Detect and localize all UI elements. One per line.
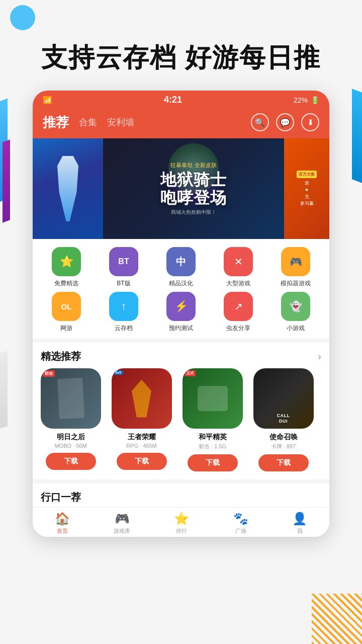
download-btn-wangzhe[interactable]: 下载 (117, 453, 167, 470)
cat-icon-cloud: ↑ (109, 292, 138, 321)
banner-desc: 商城火热抢购中限！ (160, 209, 227, 216)
cat-label-share: 虫友分享 (226, 324, 250, 333)
message-button[interactable]: 💬 (276, 113, 294, 131)
cat-icon-bt: BT (109, 247, 138, 276)
call-duty-text: CALLDUI (277, 413, 290, 425)
categories-row-1: ⭐ 免费精选 BT BT版 中 精品汉化 ✕ 大型游戏 🎮 模拟器游戏 (38, 247, 324, 288)
cat-icon-share: ↗ (224, 292, 253, 321)
game-meta-heping: 射击 · 1.5G (199, 443, 226, 450)
nav-square[interactable]: 🐾 广场 (233, 512, 248, 535)
game-badge-wangzhe: 5v5 (114, 370, 124, 375)
banner-main-text: 地狱骑士咆哮登场 (160, 171, 227, 206)
square-icon: 🐾 (233, 512, 248, 526)
nav-library[interactable]: 🎮 游戏库 (114, 512, 130, 535)
cat-label-online: 网游 (60, 324, 72, 333)
banner-carousel[interactable]: 狂暴泰坦 全新皮肤 地狱骑士咆哮登场 商城火热抢购中限！ 百万大奖 第★无参与赢 (33, 138, 329, 239)
download-btn-shiming[interactable]: 下载 (258, 454, 309, 471)
banner-center-content: 狂暴泰坦 全新皮肤 地狱骑士咆哮登场 商城火热抢购中限！ (160, 162, 227, 215)
categories-section: ⭐ 免费精选 BT BT版 中 精品汉化 ✕ 大型游戏 🎮 模拟器游戏 OL (33, 239, 329, 339)
cat-large[interactable]: ✕ 大型游戏 (213, 247, 263, 288)
cat-label-free: 免费精选 (54, 279, 78, 288)
games-row: 联动 明日之后 MOBO · 56M 下载 5v5 王者荣耀 RPG · 465… (33, 368, 329, 479)
cat-label-preorder: 预约测试 (169, 324, 193, 333)
cat-label-cloud: 云存档 (115, 324, 133, 333)
categories-row-2: OL 网游 ↑ 云存档 ⚡ 预约测试 ↗ 虫友分享 👻 小游戏 (38, 292, 324, 333)
battery-text: 22% (294, 96, 308, 104)
game-icon-wangzhe[interactable]: 5v5 (112, 368, 172, 429)
bottom-section: 行口一荐 (33, 479, 329, 507)
main-nav: 推荐 合集 安利墙 🔍 💬 ⬇ (33, 109, 329, 138)
nav-tab-wall[interactable]: 安利墙 (107, 116, 134, 128)
status-right: 22% 🔋 (294, 96, 319, 104)
bottom-section-title: 行口一荐 (41, 492, 81, 503)
cat-localized[interactable]: 中 精品汉化 (156, 247, 206, 288)
cat-icon-mini: 👻 (281, 292, 310, 321)
featured-arrow[interactable]: › (318, 351, 321, 362)
cat-online[interactable]: OL 网游 (41, 292, 92, 333)
download-btn-mingri[interactable]: 下载 (46, 453, 96, 470)
game-meta-wangzhe: RPG · 465M (126, 443, 157, 449)
download-button[interactable]: ⬇ (301, 113, 319, 131)
game-badge-heping: 正式 (185, 370, 196, 376)
nav-home-label: 首页 (57, 527, 68, 535)
download-btn-heping[interactable]: 下载 (188, 454, 238, 471)
cat-icon-localized: 中 (166, 247, 196, 276)
bg-stripe-bottom-right (312, 594, 362, 644)
featured-title: 精选推荐 (41, 350, 81, 363)
banner-left[interactable] (33, 138, 103, 239)
bg-stripe-right-blue (352, 89, 362, 183)
cat-icon-online: OL (52, 292, 81, 321)
cat-free-picks[interactable]: ⭐ 免费精选 (41, 247, 92, 288)
game-heping: 正式 和平精英 射击 · 1.5G 下载 (178, 368, 246, 471)
game-badge-mingri: 联动 (43, 370, 55, 377)
nav-home[interactable]: 🏠 首页 (55, 512, 70, 535)
wifi-icon: 📶 (43, 96, 52, 105)
cat-label-large: 大型游戏 (226, 279, 250, 288)
game-name-shiming: 使命召唤 (269, 433, 298, 442)
banner-subtitle: 狂暴泰坦 全新皮肤 (160, 162, 227, 169)
status-bar: 📶 4:21 22% 🔋 (33, 91, 329, 109)
game-name-heping: 和平精英 (199, 433, 227, 442)
cat-bt[interactable]: BT BT版 (99, 247, 149, 288)
banner-center[interactable]: 狂暴泰坦 全新皮肤 地狱骑士咆哮登场 商城火热抢购中限！ (103, 138, 284, 239)
banner-right[interactable]: 百万大奖 第★无参与赢 (284, 138, 329, 239)
cat-mini[interactable]: 👻 小游戏 (270, 292, 321, 333)
phone-mockup: 📶 4:21 22% 🔋 推荐 合集 安利墙 🔍 💬 ⬇ 狂暴 (33, 91, 329, 537)
game-meta-mingri: MOBO · 56M (54, 443, 86, 449)
nav-library-label: 游戏库 (114, 527, 130, 535)
cat-emulator[interactable]: 🎮 模拟器游戏 (270, 247, 321, 288)
banner-right-text: 第★无参与赢 (300, 180, 314, 207)
game-icon-heping[interactable]: 正式 (183, 368, 243, 429)
cat-preorder[interactable]: ⚡ 预约测试 (156, 292, 206, 333)
nav-tab-collection[interactable]: 合集 (79, 116, 97, 128)
game-shiming: CALLDUI 使命召唤 卡牌 · 897 下载 (249, 368, 317, 471)
nav-icons: 🔍 💬 ⬇ (251, 113, 319, 131)
search-button[interactable]: 🔍 (251, 113, 269, 131)
bottom-navigation: 🏠 首页 🎮 游戏库 ⭐ 排行 🐾 广场 👤 我 (33, 507, 329, 537)
game-name-mingri: 明日之后 (57, 433, 85, 442)
game-icon-shiming[interactable]: CALLDUI (253, 368, 314, 429)
status-left: 📶 (43, 96, 52, 105)
game-wangzhe: 5v5 王者荣耀 RPG · 465M 下载 (108, 368, 175, 471)
cat-share[interactable]: ↗ 虫友分享 (213, 292, 263, 333)
featured-section-header: 精选推荐 › (33, 343, 329, 368)
nav-ranking[interactable]: ⭐ 排行 (174, 512, 189, 535)
library-icon: 🎮 (115, 512, 130, 526)
status-time: 4:21 (164, 95, 182, 105)
game-icon-mingri[interactable]: 联动 (41, 368, 101, 429)
cat-cloud-save[interactable]: ↑ 云存档 (99, 292, 149, 333)
cat-label-localized: 精品汉化 (169, 279, 193, 288)
banner-left-image (33, 138, 103, 239)
ranking-icon: ⭐ (174, 512, 189, 526)
home-icon: 🏠 (55, 512, 70, 526)
cat-icon-emulator: 🎮 (281, 247, 310, 276)
banner-right-badge: 百万大奖 (297, 171, 317, 178)
game-meta-shiming: 卡牌 · 897 (271, 443, 296, 450)
me-icon: 👤 (292, 512, 307, 526)
nav-tab-recommend[interactable]: 推荐 (43, 114, 69, 131)
page-headline: 支持云存档 好游每日推 (0, 0, 362, 91)
bg-stripe-purple (3, 139, 10, 222)
nav-square-label: 广场 (235, 527, 246, 535)
nav-me[interactable]: 👤 我 (292, 512, 307, 535)
nav-ranking-label: 排行 (176, 527, 187, 535)
